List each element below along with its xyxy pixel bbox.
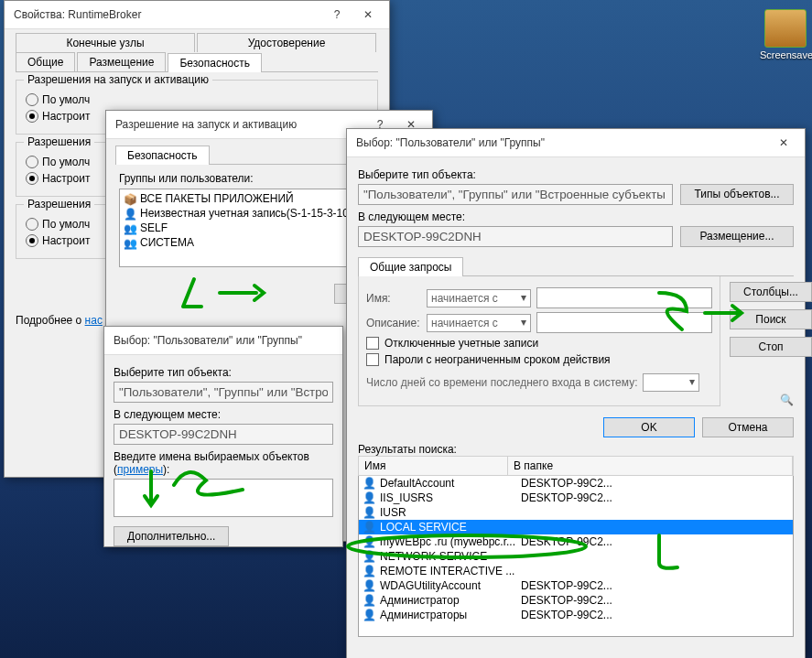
close-button[interactable]: ✕ (352, 8, 384, 21)
result-name: myWEBpc .ru (mywebpc.r... (380, 535, 517, 548)
titlebar: Свойства: RuntimeBroker ? ✕ (5, 1, 389, 29)
name-mode-select[interactable]: начинается с (427, 289, 531, 307)
name-input[interactable] (536, 287, 712, 308)
days-label: Число дней со времени последнего входа в… (366, 376, 637, 389)
results-label: Результаты поиска: (358, 443, 794, 456)
result-row[interactable]: 👤LOCAL SERVICE (359, 520, 793, 534)
col-name[interactable]: Имя (359, 457, 508, 475)
advanced-button[interactable]: Дополнительно... (114, 526, 229, 546)
result-row[interactable]: 👤myWEBpc .ru (mywebpc.r...DESKTOP-99C2..… (359, 534, 793, 549)
object-type-label: Выберите тип объекта: (114, 366, 333, 379)
tab-common-queries[interactable]: Общие запросы (358, 257, 463, 276)
group-title: Разрешения на запуск и активацию (24, 73, 212, 86)
close-button[interactable]: ✕ (768, 136, 799, 149)
user-icon: 👤 (363, 477, 376, 490)
help-button[interactable]: ? (321, 8, 352, 21)
user-icon: 👤 (363, 609, 376, 621)
radio-default-1[interactable]: По умолч (26, 93, 368, 106)
location-label: В следующем месте: (114, 408, 333, 421)
checkbox-disabled-accounts[interactable]: Отключенные учетные записи (366, 337, 712, 350)
tab-endpoints[interactable]: Конечные узлы (16, 33, 195, 52)
tab-general[interactable]: Общие (16, 52, 75, 71)
location-field (358, 226, 673, 247)
tab-identity[interactable]: Удостоверение (197, 33, 376, 52)
dialog-select-big: Выбор: "Пользователи" или "Группы" ✕ Выб… (346, 128, 806, 658)
object-type-label: Выберите тип объекта: (358, 168, 794, 181)
object-types-button[interactable]: Типы объектов... (680, 184, 794, 205)
results-list[interactable]: 👤DefaultAccountDESKTOP-99C2...👤IIS_IUSRS… (358, 476, 794, 637)
location-button[interactable]: Размещение... (680, 226, 794, 247)
user-icon: 👤 (363, 535, 376, 548)
user-icon: 👤 (363, 565, 376, 577)
names-input[interactable] (114, 479, 333, 517)
desktop-icon-label: Screensave (760, 49, 811, 60)
cancel-button[interactable]: Отмена (702, 417, 794, 437)
group-icon: 👥 (124, 237, 136, 248)
result-row[interactable]: 👤IIS_IUSRSDESKTOP-99C2... (359, 491, 793, 505)
examples-link[interactable]: примеры (117, 463, 163, 476)
object-type-field (114, 382, 333, 403)
result-folder: DESKTOP-99C2... (521, 491, 789, 504)
name-label: Имя: (366, 292, 421, 305)
result-row[interactable]: 👤REMOTE INTERACTIVE ... (359, 564, 793, 578)
location-field (114, 424, 333, 445)
user-icon: 👤 (363, 579, 376, 592)
more-info-link[interactable]: нас (85, 314, 103, 327)
desc-input[interactable] (536, 312, 712, 333)
results-header: Имя В папке (358, 456, 794, 476)
user-icon: 👤 (363, 594, 376, 607)
user-icon: 👤 (363, 521, 376, 534)
tab-security[interactable]: Безопасность (115, 146, 210, 165)
tab-security[interactable]: Безопасность (168, 53, 262, 72)
window-title: Выбор: "Пользователи" или "Группы" (114, 334, 337, 347)
result-folder: DESKTOP-99C2... (521, 609, 789, 621)
result-name: IIS_IUSRS (380, 491, 517, 504)
result-folder: DESKTOP-99C2... (521, 535, 789, 548)
object-type-field (358, 184, 673, 205)
ok-button[interactable]: OK (603, 417, 695, 437)
result-row[interactable]: 👤АдминистраторыDESKTOP-99C2... (359, 608, 793, 622)
stop-button[interactable]: Стоп (730, 337, 812, 357)
titlebar: Выбор: "Пользователи" или "Группы" (104, 327, 342, 355)
more-info-text: Подробнее о (16, 314, 85, 327)
tab-location[interactable]: Размещение (77, 52, 166, 71)
result-name: IUSR (380, 506, 517, 519)
window-title: Разрешение на запуск и активацию (115, 118, 364, 131)
days-select[interactable] (643, 373, 699, 392)
window-title: Выбор: "Пользователи" или "Группы" (356, 136, 768, 149)
checkbox-pw-never-expires[interactable]: Пароли с неограниченным сроком действия (366, 353, 712, 366)
result-row[interactable]: 👤АдминистраторDESKTOP-99C2... (359, 593, 793, 608)
group-title: Разрешения (24, 135, 94, 148)
package-icon: 📦 (124, 193, 136, 204)
user-icon: 👤 (363, 491, 376, 504)
desc-label: Описание: (366, 317, 421, 329)
user-icon: 👤 (363, 506, 376, 519)
titlebar: Выбор: "Пользователи" или "Группы" ✕ (347, 129, 805, 157)
columns-button[interactable]: Столбцы... (730, 282, 812, 302)
result-row[interactable]: 👤IUSR (359, 505, 793, 520)
group-title: Разрешения (24, 198, 94, 210)
user-icon: 👤 (363, 550, 376, 563)
result-name: WDAGUtilityAccount (380, 579, 517, 592)
desktop-icon-screensave[interactable]: Screensave (760, 9, 811, 60)
search-button[interactable]: Поиск (730, 309, 812, 329)
result-row[interactable]: 👤DefaultAccountDESKTOP-99C2... (359, 476, 793, 491)
result-name: DefaultAccount (380, 477, 517, 490)
result-folder: DESKTOP-99C2... (521, 477, 789, 490)
dialog-select-small: Выбор: "Пользователи" или "Группы" Выбер… (103, 326, 343, 547)
result-folder: DESKTOP-99C2... (521, 579, 789, 592)
result-name: REMOTE INTERACTIVE ... (380, 565, 517, 577)
location-label: В следующем месте: (358, 210, 794, 223)
result-row[interactable]: 👤WDAGUtilityAccountDESKTOP-99C2... (359, 578, 793, 593)
desc-mode-select[interactable]: начинается с (427, 314, 531, 332)
magnifier-icon: 🔍 (730, 394, 794, 406)
result-name: LOCAL SERVICE (380, 521, 517, 534)
result-name: NETWORK SERVICE (380, 550, 517, 563)
result-folder: DESKTOP-99C2... (521, 594, 789, 607)
col-folder[interactable]: В папке (508, 457, 793, 475)
result-name: Администраторы (380, 609, 517, 621)
window-title: Свойства: RuntimeBroker (14, 8, 321, 21)
user-icon: 👤 (124, 208, 136, 219)
result-row[interactable]: 👤NETWORK SERVICE (359, 549, 793, 564)
winrar-icon (764, 9, 807, 48)
